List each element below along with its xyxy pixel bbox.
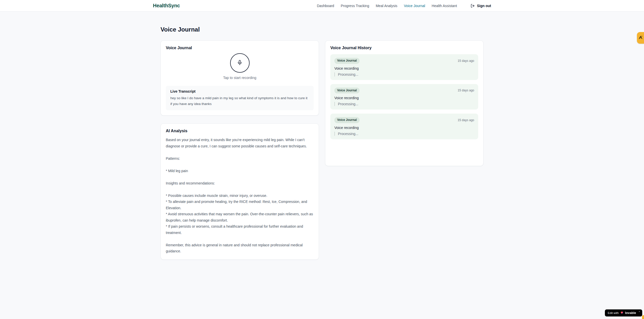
left-column: Voice Journal Tap to start recording	[160, 40, 319, 260]
history-card-title: Voice Journal History	[330, 46, 478, 50]
history-entry: Voice Journal 15 days ago Voice recordin…	[330, 114, 478, 139]
lovable-prefix-label: Edit with	[608, 311, 619, 314]
top-navigation-bar: HealthSync Dashboard Progress Tracking M…	[0, 0, 644, 12]
record-button[interactable]	[230, 53, 250, 73]
tap-to-record-hint: Tap to start recording	[223, 76, 256, 80]
ai-analysis-title: AI Analysis	[166, 129, 314, 133]
live-transcript-text: hey so like I do have a mild pain in my …	[170, 95, 309, 107]
entry-status: Processing...	[334, 102, 474, 106]
lovable-brand-label: lovable	[625, 311, 636, 315]
entry-timestamp: 15 days ago	[458, 59, 474, 63]
history-list: Voice Journal 15 days ago Voice recordin…	[330, 54, 478, 139]
entry-title: Voice recording	[334, 66, 474, 70]
right-column: Voice Journal History Voice Journal 15 d…	[325, 40, 484, 166]
entry-timestamp: 15 days ago	[458, 118, 474, 122]
live-transcript-title: Live Transcript	[170, 89, 309, 93]
entry-title: Voice recording	[334, 126, 474, 130]
recorder-card-title: Voice Journal	[166, 46, 314, 50]
entry-type-badge: Voice Journal	[334, 88, 360, 94]
log-out-icon	[471, 4, 475, 8]
nav-item-dashboard[interactable]: Dashboard	[317, 4, 334, 8]
entry-status: Processing...	[334, 132, 474, 136]
entry-type-badge: Voice Journal	[334, 58, 360, 64]
ai-analysis-text: Based on your journal entry, it sounds l…	[166, 137, 314, 254]
nav-item-voice-journal[interactable]: Voice Journal	[404, 4, 425, 8]
live-transcript-box: Live Transcript hey so like I do have a …	[166, 86, 314, 110]
nav-item-meal-analysis[interactable]: Meal Analysis	[376, 4, 397, 8]
lovable-edit-badge[interactable]: Edit with lovable ×	[605, 309, 642, 316]
entry-status: Processing...	[334, 72, 474, 76]
ai-analysis-card: AI Analysis Based on your journal entry,…	[160, 123, 319, 260]
entry-type-badge: Voice Journal	[334, 117, 360, 123]
sign-out-button[interactable]: Sign out	[471, 4, 491, 8]
microphone-icon	[237, 60, 243, 66]
entry-timestamp: 15 days ago	[458, 89, 474, 92]
corner-extension-badge[interactable]	[642, 315, 644, 319]
history-entry: Voice Journal 15 days ago Voice recordin…	[330, 54, 478, 80]
page-title: Voice Journal	[160, 25, 484, 34]
main-content: Voice Journal Voice Journal	[160, 12, 484, 260]
sign-out-label: Sign out	[477, 4, 491, 8]
lovable-close-icon[interactable]: ×	[639, 310, 640, 313]
voice-recorder-card: Voice Journal Tap to start recording	[160, 40, 319, 116]
nav-item-progress-tracking[interactable]: Progress Tracking	[341, 4, 369, 8]
main-nav: Dashboard Progress Tracking Meal Analysi…	[317, 4, 491, 8]
voice-journal-history-card: Voice Journal History Voice Journal 15 d…	[325, 40, 484, 166]
history-entry: Voice Journal 15 days ago Voice recordin…	[330, 84, 478, 110]
extension-logo-icon	[638, 35, 643, 41]
nav-item-health-assistant[interactable]: Health Assistant	[432, 4, 457, 8]
entry-title: Voice recording	[334, 96, 474, 100]
app-logo[interactable]: HealthSync	[153, 3, 180, 9]
browser-extension-button[interactable]	[637, 32, 644, 44]
lovable-heart-icon	[620, 311, 624, 315]
